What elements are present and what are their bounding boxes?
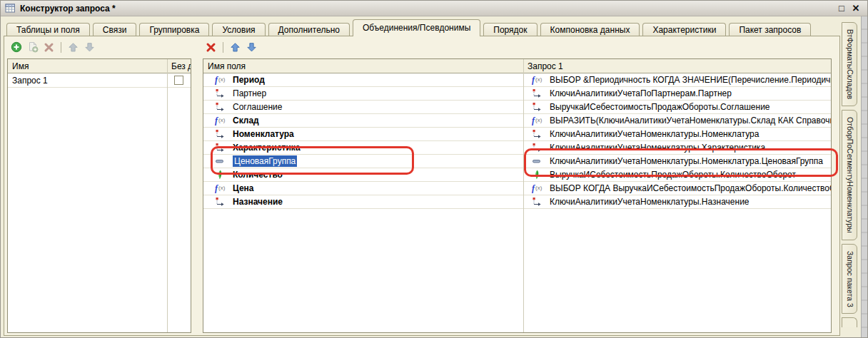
field-icon xyxy=(532,197,545,208)
close-button[interactable]: ✕ xyxy=(849,3,863,14)
query-builder-icon xyxy=(5,3,16,14)
tab-Дополнительно[interactable]: Дополнительно xyxy=(268,23,350,37)
vertical-tab-Запрос пакета 3[interactable]: Запрос пакета 3 xyxy=(842,244,857,314)
field-row[interactable]: f(x)Периодf(x)ВЫБОР &Периодичность КОГДА… xyxy=(203,73,831,87)
field-icon xyxy=(532,129,545,140)
field-name: ЦеноваяГруппа xyxy=(233,155,297,167)
column-separator xyxy=(167,59,168,332)
field-expression: КлючиАналитикиУчетаНоменклатуры.Назначен… xyxy=(550,197,750,207)
column-header-name: Имя xyxy=(8,59,167,73)
fields-toolbar xyxy=(205,40,258,54)
no-duplicates-checkbox[interactable] xyxy=(174,76,183,85)
query-row[interactable]: Запрос 1 xyxy=(8,73,191,88)
tab-Объединения/Псевдонимы[interactable]: Объединения/Псевдонимы xyxy=(353,19,480,36)
fields-grid-header: Имя поля Запрос 1 xyxy=(203,59,831,73)
fx-icon: f(x) xyxy=(215,75,228,86)
field-name: Цена xyxy=(233,183,254,193)
field-expression: ВыручкаИСебестоимостьПродажОбороты.Согла… xyxy=(550,102,770,112)
field-icon xyxy=(532,88,545,99)
field-row[interactable]: ЦеноваяГруппаКлючиАналитикиУчетаНоменкла… xyxy=(203,155,831,168)
field-expression: ВЫБОР КОГДА ВыручкаИСебестоимостьПродажО… xyxy=(550,183,831,193)
field-name: Период xyxy=(233,75,265,85)
minus-icon xyxy=(532,156,545,167)
field-expression: КлючиАналитикиУчетаНоменклатуры.Номенкла… xyxy=(550,129,759,139)
field-row[interactable]: f(x)Ценаf(x)ВЫБОР КОГДА ВыручкаИСебестои… xyxy=(203,182,831,195)
queries-grid: Имя Без ду... Запрос 1 xyxy=(7,58,191,333)
query-builder-window: Конструктор запроса * □ ✕ Таблицы и поля… xyxy=(0,0,868,338)
queries-toolbar xyxy=(10,40,96,54)
column-separator xyxy=(523,59,524,332)
fx-icon: f(x) xyxy=(215,116,228,126)
toolbar-separator xyxy=(61,42,61,53)
field-icon xyxy=(215,129,228,140)
field-name: Партнер xyxy=(233,88,266,98)
field-expression: КлючиАналитикиУчетаПоПартнерам.Партнер xyxy=(550,88,732,98)
move-down-icon[interactable] xyxy=(84,41,96,53)
move-up-icon[interactable] xyxy=(229,41,241,53)
fields-grid: Имя поля Запрос 1 f(x)Периодf(x)ВЫБОР &П… xyxy=(203,58,832,333)
field-name: Назначение xyxy=(233,197,283,207)
tab-Связи[interactable]: Связи xyxy=(93,23,137,37)
field-name: Склад xyxy=(233,116,259,126)
column-header-field-name: Имя поля xyxy=(203,59,523,73)
delete-icon[interactable] xyxy=(43,41,55,53)
field-expression: КлючиАналитикиУчетаНоменклатуры.Характер… xyxy=(550,143,765,153)
field-name: Номенклатура xyxy=(233,129,294,139)
maximize-button[interactable]: □ xyxy=(834,3,849,14)
field-icon xyxy=(532,143,545,153)
fx-icon: f(x) xyxy=(532,75,545,86)
minus-icon xyxy=(215,156,228,167)
field-name: Количество xyxy=(233,170,283,180)
tab-Условия[interactable]: Условия xyxy=(212,23,265,37)
resource-icon xyxy=(532,170,545,180)
field-expression: ВыручкаИСебестоимостьПродажОбороты.Колич… xyxy=(550,170,796,180)
field-expression: ВЫБОР &Периодичность КОГДА ЗНАЧЕНИЕ(Пере… xyxy=(550,75,831,85)
window-title: Конструктор запроса * xyxy=(20,4,834,14)
title-bar: Конструктор запроса * □ ✕ xyxy=(1,1,867,16)
vertical-tab-ВтФорматыСкладов[interactable]: ВтФорматыСкладов xyxy=(842,22,857,106)
add-copy-icon[interactable] xyxy=(26,41,39,53)
tab-Пакет запросов[interactable]: Пакет запросов xyxy=(729,23,811,37)
field-expression: КлючиАналитикиУчетаНоменклатуры.Номенкла… xyxy=(550,156,823,166)
resource-icon xyxy=(215,170,228,180)
tab-Порядок[interactable]: Порядок xyxy=(483,23,537,37)
field-row[interactable]: НазначениеКлючиАналитикиУчетаНоменклатур… xyxy=(203,195,831,209)
field-icon xyxy=(215,88,228,99)
tab-Характеристики[interactable]: Характеристики xyxy=(642,23,726,37)
column-header-query1: Запрос 1 xyxy=(523,59,831,73)
field-icon xyxy=(215,197,228,208)
toolbar-separator xyxy=(223,42,223,53)
field-expression: ВЫРАЗИТЬ(КлючиАналитикиУчетаНоменклатуры… xyxy=(550,116,831,126)
field-row[interactable]: ПартнерКлючиАналитикиУчетаПоПартнерам.Па… xyxy=(203,87,831,101)
move-up-icon[interactable] xyxy=(67,41,79,53)
add-icon[interactable] xyxy=(10,41,22,53)
field-name: Характеристика xyxy=(233,143,301,153)
delete-icon[interactable] xyxy=(205,41,217,53)
field-name: Соглашение xyxy=(233,102,282,112)
tab-bar: Таблицы и поляСвязиГруппировкаУсловияДоп… xyxy=(6,19,836,36)
tab-Компоновка данных[interactable]: Компоновка данных xyxy=(540,23,640,37)
field-icon xyxy=(532,102,545,113)
right-gray-strip xyxy=(861,16,868,337)
vertical-tab-ОтборПоСегментуНоменклатуры[interactable]: ОтборПоСегментуНоменклатуры xyxy=(842,110,857,240)
tab-Таблицы и поля[interactable]: Таблицы и поля xyxy=(6,23,90,37)
column-header-no-duplicates: Без ду... xyxy=(167,59,191,73)
tab-Группировка[interactable]: Группировка xyxy=(139,23,209,37)
fx-icon: f(x) xyxy=(532,183,545,194)
field-icon xyxy=(215,143,228,153)
vertical-tab-strip: ВтФорматыСкладовОтборПоСегментуНоменклат… xyxy=(842,22,860,337)
field-row[interactable]: НоменклатураКлючиАналитикиУчетаНоменклат… xyxy=(203,128,831,141)
field-row[interactable]: ХарактеристикаКлючиАналитикиУчетаНоменкл… xyxy=(203,141,831,155)
fx-icon: f(x) xyxy=(532,116,545,126)
queries-grid-header: Имя Без ду... xyxy=(8,59,191,73)
field-row[interactable]: f(x)Складf(x)ВЫРАЗИТЬ(КлючиАналитикиУчет… xyxy=(203,114,831,128)
field-row[interactable]: СоглашениеВыручкаИСебестоимостьПродажОбо… xyxy=(203,101,831,114)
query-name: Запрос 1 xyxy=(8,73,167,87)
fx-icon: f(x) xyxy=(215,183,228,194)
tab-content-unions-aliases: Имя Без ду... Запрос 1 Имя поля Запрос 1… xyxy=(4,36,840,336)
fields-rows: f(x)Периодf(x)ВЫБОР &Периодичность КОГДА… xyxy=(203,73,831,209)
move-down-icon[interactable] xyxy=(246,41,258,53)
field-row[interactable]: КоличествоВыручкаИСебестоимостьПродажОбо… xyxy=(203,168,831,182)
field-icon xyxy=(215,102,228,113)
vertical-tab-partial[interactable] xyxy=(842,317,857,327)
